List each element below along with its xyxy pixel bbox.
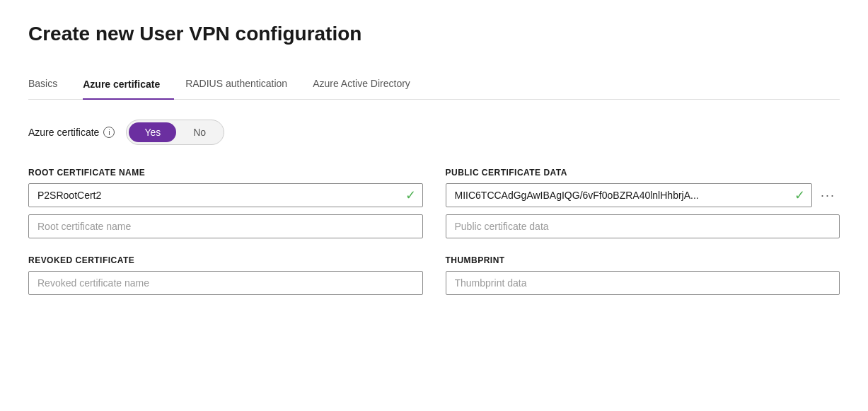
public-cert-empty-wrapper: [446, 214, 840, 238]
yes-no-toggle[interactable]: Yes No: [126, 120, 224, 145]
tab-azure-certificate[interactable]: Azure certificate: [83, 71, 174, 100]
revoked-cert-input[interactable]: [28, 271, 423, 295]
certificate-form: ROOT CERTIFICATE NAME ✓ PUBLIC CERTIFICA…: [28, 168, 840, 295]
thumbprint-group: THUMBPRINT: [446, 255, 840, 295]
public-cert-group: PUBLIC CERTIFICATE DATA ✓ ···: [446, 168, 840, 238]
page-title: Create new User VPN configuration: [28, 23, 840, 45]
toggle-no-button[interactable]: No: [178, 122, 221, 142]
azure-certificate-toggle-row: Azure certificate i Yes No: [28, 120, 840, 145]
toggle-yes-button[interactable]: Yes: [129, 122, 176, 142]
thumbprint-input[interactable]: [446, 271, 840, 295]
revoked-cert-group: REVOKED CERTIFICATE: [28, 255, 423, 295]
tab-bar: Basics Azure certificate RADIUS authenti…: [28, 71, 840, 100]
public-cert-col-label: PUBLIC CERTIFICATE DATA: [446, 168, 840, 178]
tab-basics[interactable]: Basics: [28, 71, 71, 99]
revoked-cert-wrapper: [28, 271, 423, 295]
public-cert-filled-row: ✓ ···: [446, 183, 840, 207]
root-cert-empty-wrapper: [28, 214, 423, 238]
public-cert-check-icon: ✓: [794, 187, 805, 203]
thumbprint-col-label: THUMBPRINT: [446, 255, 840, 265]
azure-certificate-label: Azure certificate i: [28, 127, 115, 138]
root-cert-filled-wrapper: ✓: [28, 183, 423, 207]
root-cert-input-filled[interactable]: [28, 183, 423, 207]
public-cert-input-empty[interactable]: [446, 214, 840, 238]
root-cert-col-label: ROOT CERTIFICATE NAME: [28, 168, 423, 178]
thumbprint-wrapper: [446, 271, 840, 295]
revoked-cert-col-label: REVOKED CERTIFICATE: [28, 255, 423, 265]
three-dots-menu[interactable]: ···: [816, 185, 840, 206]
root-cert-check-icon: ✓: [405, 187, 416, 203]
tab-azure-active-directory[interactable]: Azure Active Directory: [313, 71, 424, 99]
public-cert-filled-wrapper: ✓: [446, 183, 812, 207]
info-icon[interactable]: i: [103, 127, 115, 138]
root-cert-input-empty[interactable]: [28, 214, 423, 238]
tab-radius-authentication[interactable]: RADIUS authentication: [185, 71, 301, 99]
root-certificate-group: ROOT CERTIFICATE NAME ✓: [28, 168, 423, 238]
public-cert-input-filled[interactable]: [446, 183, 812, 207]
